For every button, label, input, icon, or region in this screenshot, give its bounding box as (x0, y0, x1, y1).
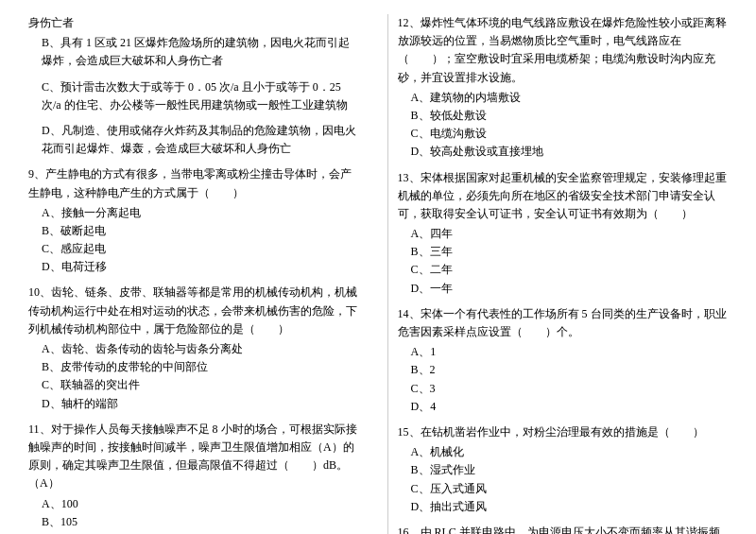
question-11: 11、对于操作人员每天接触噪声不足 8 小时的场合，可根据实际接触噪声的时间，按… (28, 421, 359, 534)
q13-text: 13、宋体根据国家对起重机械的安全监察管理规定，安装修理起重机械的单位，必须先向… (398, 169, 729, 224)
question-9: 9、产生静电的方式有很多，当带电零离或粉尘撞击导体时，会产生静电，这种静电产生的… (28, 165, 359, 276)
q14-option-c: C、3 (398, 380, 729, 398)
q10-option-c: C、联轴器的突出件 (28, 376, 359, 394)
question-12: 12、爆炸性气体环境的电气线路应敷设在爆炸危险性较小或距离释放源较远的位置，当易… (398, 14, 729, 162)
question-16: 16、由 RLC 并联电路中，为电源电压大小不变而频率从其谐振频率逐渐减小到零时… (398, 524, 729, 534)
q9-option-d: D、电荷迁移 (28, 258, 359, 276)
two-column-layout: 身伤亡者 B、具有 1 区或 21 区爆炸危险场所的建筑物，因电火花而引起爆炸，… (28, 14, 728, 534)
q14-option-b: B、2 (398, 361, 729, 379)
q14-option-a: A、1 (398, 343, 729, 361)
intro-c-option: C、预计雷击次数大于或等于 0．05 次/a 且小于或等于 0．25 次/a 的… (28, 78, 359, 114)
q12-option-a: A、建筑物的内墙敷设 (398, 89, 729, 107)
question-15: 15、在钻机凿岩作业中，对粉尘治理最有效的措施是（ ） A、机械化 B、湿式作业… (398, 423, 729, 516)
q10-option-d: D、轴杆的端部 (28, 395, 359, 413)
page-container: 身伤亡者 B、具有 1 区或 21 区爆炸危险场所的建筑物，因电火花而引起爆炸，… (0, 0, 756, 534)
question-intro-c: C、预计雷击次数大于或等于 0．05 次/a 且小于或等于 0．25 次/a 的… (28, 78, 359, 114)
q15-option-d: D、抽出式通风 (398, 498, 729, 516)
question-10: 10、齿轮、链条、皮带、联轴器等都是常用的机械传动机构，机械传动机构运行中处在相… (28, 284, 359, 412)
q12-option-d: D、较高处敷设或直接埋地 (398, 143, 729, 161)
q12-text: 12、爆炸性气体环境的电气线路应敷设在爆炸危险性较小或距离释放源较远的位置，当易… (398, 14, 729, 87)
q13-option-b: B、三年 (398, 243, 729, 261)
intro-b-prefix: 身伤亡者 (28, 14, 359, 32)
q15-option-a: A、机械化 (398, 443, 729, 461)
q13-option-d: D、一年 (398, 280, 729, 298)
q12-option-b: B、较低处敷设 (398, 107, 729, 125)
q9-option-b: B、破断起电 (28, 222, 359, 240)
question-13: 13、宋体根据国家对起重机械的安全监察管理规定，安装修理起重机械的单位，必须先向… (398, 169, 729, 298)
q9-option-c: C、感应起电 (28, 240, 359, 258)
question-14: 14、宋体一个有代表性的工作场所有 5 台同类的生产设备时，职业危害因素采样点应… (398, 305, 729, 416)
q9-text: 9、产生静电的方式有很多，当带电零离或粉尘撞击导体时，会产生静电，这种静电产生的… (28, 165, 359, 201)
question-intro-b: 身伤亡者 B、具有 1 区或 21 区爆炸危险场所的建筑物，因电火花而引起爆炸，… (28, 14, 359, 71)
q11-text: 11、对于操作人员每天接触噪声不足 8 小时的场合，可根据实际接触噪声的时间，按… (28, 421, 359, 493)
q15-option-c: C、压入式通风 (398, 480, 729, 498)
q12-option-c: C、电缆沟敷设 (398, 125, 729, 143)
intro-d-option: D、凡制造、使用或储存火炸药及其制品的危险建筑物，因电火花而引起爆炸、爆轰，会造… (28, 122, 359, 158)
intro-b-option: B、具有 1 区或 21 区爆炸危险场所的建筑物，因电火花而引起爆炸，会造成巨大… (28, 34, 359, 70)
right-column: 12、爆炸性气体环境的电气线路应敷设在爆炸危险性较小或距离释放源较远的位置，当易… (387, 14, 729, 534)
left-column: 身伤亡者 B、具有 1 区或 21 区爆炸危险场所的建筑物，因电火花而引起爆炸，… (28, 14, 369, 534)
q10-option-b: B、皮带传动的皮带轮的中间部位 (28, 358, 359, 376)
q11-option-b: B、105 (28, 513, 359, 531)
q13-option-c: C、二年 (398, 261, 729, 279)
q11-option-a: A、100 (28, 495, 359, 513)
q13-option-a: A、四年 (398, 225, 729, 243)
q16-text: 16、由 RLC 并联电路中，为电源电压大小不变而频率从其谐振频率逐渐减小到零时… (398, 524, 729, 534)
q10-option-a: A、齿轮、齿条传动的齿轮与齿条分离处 (28, 340, 359, 358)
q9-option-a: A、接触一分离起电 (28, 204, 359, 222)
q14-option-d: D、4 (398, 398, 729, 416)
question-intro-d: D、凡制造、使用或储存火炸药及其制品的危险建筑物，因电火花而引起爆炸、爆轰，会造… (28, 122, 359, 158)
q15-option-b: B、湿式作业 (398, 461, 729, 479)
q10-text: 10、齿轮、链条、皮带、联轴器等都是常用的机械传动机构，机械传动机构运行中处在相… (28, 284, 359, 338)
q15-text: 15、在钻机凿岩作业中，对粉尘治理最有效的措施是（ ） (398, 423, 729, 441)
q14-text: 14、宋体一个有代表性的工作场所有 5 台同类的生产设备时，职业危害因素采样点应… (398, 305, 729, 341)
